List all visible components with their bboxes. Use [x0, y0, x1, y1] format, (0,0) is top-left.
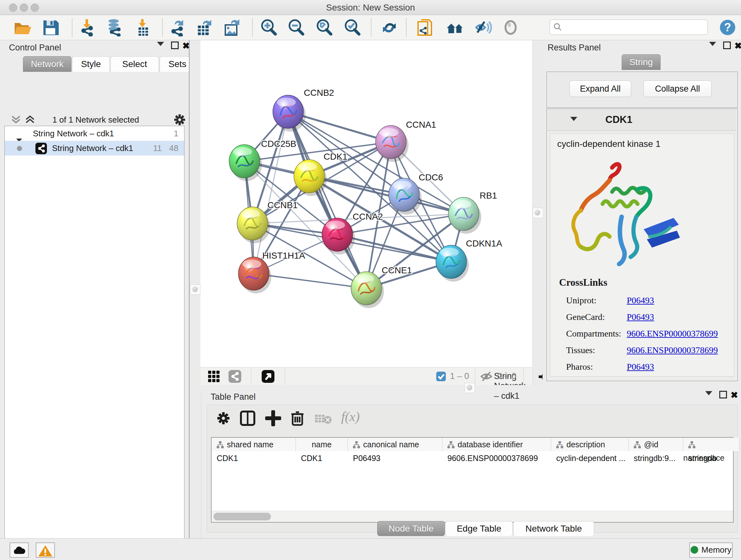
tab-style[interactable]: Style	[72, 56, 110, 72]
splitter-grip[interactable]	[190, 285, 200, 295]
tab-network[interactable]: Network	[23, 56, 71, 72]
hide-selected-eye-icon[interactable]	[474, 18, 492, 37]
column-header-namespace[interactable]: namespace	[683, 438, 739, 451]
open-session-icon[interactable]	[13, 18, 31, 37]
column-header-name[interactable]: name	[296, 438, 348, 451]
table-cell[interactable]: cyclin-dependent ...	[551, 452, 633, 464]
cloud-status-button[interactable]	[10, 543, 29, 558]
import-table-icon[interactable]	[134, 18, 152, 37]
hidden-eye-slash-icon[interactable]	[480, 371, 493, 381]
column-header-description[interactable]: description	[551, 438, 629, 451]
crosslink-value-link[interactable]: P06493	[627, 362, 654, 372]
zoom-in-icon[interactable]	[260, 18, 278, 37]
import-database-icon[interactable]	[105, 18, 123, 37]
table-cell[interactable]: stringdb	[683, 452, 741, 464]
collapse-expand-all-icons[interactable]	[11, 114, 37, 126]
copy-style-document-icon[interactable]	[417, 18, 434, 37]
refresh-icon[interactable]	[381, 18, 398, 37]
table-cell[interactable]: stringdb:9...	[629, 452, 688, 464]
tab-network-table[interactable]: Network Table	[513, 521, 594, 536]
protein-description: cyclin-dependent kinase 1	[557, 139, 661, 149]
status-bar: Memory	[0, 538, 741, 560]
results-panel-close-icon[interactable]: ✖	[733, 42, 741, 51]
network-options-gear-icon[interactable]	[173, 113, 186, 126]
tab-edge-table[interactable]: Edge Table	[445, 521, 513, 536]
open-view-arrow-icon[interactable]	[262, 370, 274, 383]
results-panel-float-icon[interactable]	[722, 42, 732, 51]
column-header--id[interactable]: @id	[629, 438, 683, 451]
node-table[interactable]: shared namenamecanonical namedatabase id…	[211, 437, 734, 523]
tab-node-table[interactable]: Node Table	[377, 521, 445, 536]
column-header-canonical-name[interactable]: canonical name	[348, 438, 442, 451]
node-label: RB1	[480, 191, 497, 200]
network-edge[interactable]	[288, 112, 366, 288]
memory-status-button[interactable]: Memory	[689, 543, 733, 558]
selected-checkbox-icon[interactable]	[436, 371, 446, 381]
right-splitter[interactable]	[532, 40, 543, 385]
export-image-icon[interactable]	[223, 18, 241, 37]
search-input[interactable]	[564, 21, 703, 33]
export-network-icon[interactable]	[169, 18, 186, 37]
table-options-gear-icon[interactable]	[216, 411, 231, 426]
splitter-grip[interactable]	[533, 208, 543, 218]
tab-select[interactable]: Select	[111, 56, 159, 72]
save-session-icon[interactable]	[42, 18, 59, 37]
scrollbar-thumb[interactable]	[213, 513, 271, 520]
crosslink-value-link[interactable]: 9606.ENSP00000378699	[627, 328, 718, 339]
network-badge-share-icon[interactable]	[228, 370, 241, 383]
network-node-rb1[interactable]: RB1	[448, 191, 497, 234]
network-canvas[interactable]: CCNB2CCNA1CDC25BCDK1CDC6RB1CCNB1CCNA2CDK…	[200, 40, 532, 367]
expand-all-button[interactable]: Expand All	[569, 80, 631, 97]
network-node-cdk1[interactable]: CDK1	[294, 152, 347, 196]
network-node-cdkn1a[interactable]: CDKN1A	[436, 239, 502, 282]
export-table-icon[interactable]	[196, 18, 214, 37]
network-column-icon	[447, 441, 455, 449]
network-node-cdc25b[interactable]: CDC25B	[229, 139, 296, 181]
node-label: CDC6	[419, 172, 443, 182]
table-panel-float-menu-icon[interactable]	[704, 391, 714, 400]
grid-view-icon[interactable]	[207, 370, 220, 383]
network-edge[interactable]	[254, 112, 288, 273]
show-all-eye-icon[interactable]	[502, 18, 520, 37]
protein-collapse-icon[interactable]	[570, 117, 577, 122]
table-horizontal-scrollbar[interactable]	[212, 511, 733, 522]
node-label: CCNA2	[353, 212, 383, 222]
table-cell[interactable]: CDK1	[212, 452, 300, 464]
crosslink-value-link[interactable]: 9606.ENSP00000378699	[627, 345, 718, 355]
protein-section-header[interactable]: CDK1	[547, 110, 736, 131]
help-icon[interactable]: ?	[719, 19, 737, 37]
collapse-all-button[interactable]: Collapse All	[643, 80, 712, 97]
zoom-fit-icon[interactable]	[315, 18, 333, 37]
delete-column-icon[interactable]	[289, 410, 306, 426]
node-label: CCNB2	[304, 88, 334, 98]
network-collection-row[interactable]: String Network – cdk1 1	[5, 126, 184, 141]
home-icon[interactable]	[446, 18, 464, 37]
network-row-selected[interactable]: String Network – cdk1 11 48	[5, 141, 184, 155]
network-node-ccne1[interactable]: CCNE1	[351, 265, 412, 308]
tab-string[interactable]: String	[622, 54, 661, 70]
control-panel-float-icon[interactable]	[170, 42, 180, 51]
import-network-icon[interactable]	[78, 18, 96, 37]
column-header-shared-name[interactable]: shared name	[212, 438, 296, 451]
left-splitter[interactable]	[189, 40, 201, 538]
crosslink-value-link[interactable]: P06493	[627, 295, 654, 306]
string-network-graph[interactable]: CCNB2CCNA1CDC25BCDK1CDC6RB1CCNB1CCNA2CDK…	[200, 40, 532, 367]
table-panel-float-icon[interactable]	[718, 391, 728, 400]
network-node-ccna1[interactable]: CCNA1	[376, 120, 436, 162]
zoom-out-icon[interactable]	[287, 18, 305, 37]
table-cell[interactable]: P06493	[348, 452, 447, 464]
control-panel-title: Control Panel	[9, 43, 61, 53]
network-node-hist1h1a[interactable]: HIST1H1A	[239, 251, 305, 294]
table-cell[interactable]: CDK1	[296, 452, 353, 464]
warning-status-button[interactable]	[36, 543, 55, 558]
results-panel-float-menu-icon[interactable]	[708, 42, 718, 51]
table-cell[interactable]: 9606.ENSP00000378699	[442, 452, 556, 464]
show-columns-icon[interactable]	[240, 410, 256, 426]
control-panel-float-menu-icon[interactable]	[156, 42, 165, 51]
crosslink-value-link[interactable]: P06493	[627, 312, 654, 322]
add-column-icon[interactable]	[265, 410, 281, 426]
zoom-selected-icon[interactable]	[343, 18, 361, 37]
network-node-cdc6[interactable]: CDC6	[389, 172, 443, 214]
column-header-database-identifier[interactable]: database identifier	[442, 438, 551, 451]
table-panel-close-icon[interactable]: ✖	[730, 391, 739, 400]
